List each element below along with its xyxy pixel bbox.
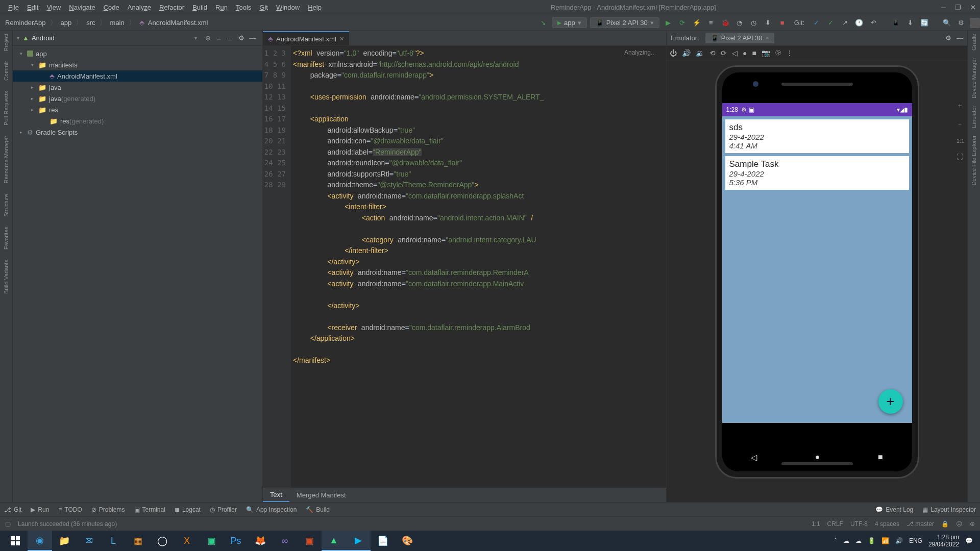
git-push-icon[interactable]: ↗: [839, 17, 850, 29]
inspections-icon[interactable]: ☹: [956, 520, 963, 528]
zoom-out-icon[interactable]: －: [957, 119, 964, 129]
tray-chevron-icon[interactable]: ˄: [834, 537, 837, 544]
attach-debugger-icon[interactable]: ⬇: [763, 17, 774, 29]
menu-build[interactable]: Build: [188, 4, 211, 11]
tool-app-inspection[interactable]: 🔍 App Inspection: [246, 506, 297, 513]
avd-manager-icon[interactable]: 📱: [890, 17, 901, 29]
menu-run[interactable]: Run: [211, 4, 232, 11]
apply-code-icon[interactable]: ⚡: [691, 17, 702, 29]
close-icon[interactable]: ✕: [970, 4, 976, 11]
taskbar-pycharm[interactable]: ▣: [199, 531, 224, 551]
tree-row[interactable]: ▸⚙Gradle Scripts: [13, 127, 262, 138]
gutter-device-manager[interactable]: Device Manager: [971, 58, 977, 98]
screen-record-icon[interactable]: ⧁: [775, 48, 781, 57]
git-update-icon[interactable]: ✓: [811, 17, 822, 29]
taskbar-xampp[interactable]: X: [175, 531, 199, 551]
apply-changes-icon[interactable]: ⟳: [677, 17, 688, 29]
overview-icon[interactable]: ■: [752, 49, 756, 57]
menu-help[interactable]: Help: [304, 4, 326, 11]
crumb[interactable]: src: [86, 19, 95, 27]
gutter-resource-manager[interactable]: Resource Manager: [3, 136, 9, 184]
tree-row[interactable]: ▸📁java: [13, 82, 262, 93]
hide-emulator-icon[interactable]: —: [957, 34, 963, 42]
menu-git[interactable]: Git: [255, 4, 272, 11]
emulator-tab[interactable]: 📱 Pixel 2 API 30 ✕: [705, 33, 774, 43]
tab-text[interactable]: Text: [263, 488, 289, 502]
tree-row[interactable]: ▾app: [13, 48, 262, 59]
tool-profiler[interactable]: ◷ Profiler: [210, 506, 237, 513]
crumb[interactable]: ReminderApp: [5, 19, 46, 27]
close-emulator-tab-icon[interactable]: ✕: [765, 35, 769, 41]
phone-screen[interactable]: 1:28 ⚙ ▣ ▾ ◢ ▮ sds29-4-20224:41 AMSample…: [722, 103, 912, 423]
tree-row[interactable]: ▾📁manifests: [13, 59, 262, 70]
menu-tools[interactable]: Tools: [232, 4, 255, 11]
start-button[interactable]: [3, 531, 28, 551]
tool-event-log[interactable]: 💬 Event Log: [875, 506, 913, 513]
memory-icon[interactable]: ⊕: [970, 520, 975, 528]
cursor-position[interactable]: 1:1: [812, 520, 820, 528]
volume-up-icon[interactable]: 🔊: [682, 49, 691, 57]
home-icon[interactable]: ●: [743, 49, 747, 57]
code-editor[interactable]: <?xml version="1.0" encoding="utf-8"?> <…: [291, 46, 666, 488]
rotate-right-icon[interactable]: ⟳: [721, 49, 727, 57]
taskbar-mail[interactable]: ✉: [77, 531, 101, 551]
taskbar-paint[interactable]: 🎨: [395, 531, 420, 551]
screenshot-icon[interactable]: 📷: [762, 49, 770, 57]
chevron-down-icon[interactable]: ▾: [17, 35, 19, 41]
taskbar-terminal[interactable]: ▶: [346, 531, 371, 551]
menu-file[interactable]: File: [4, 4, 23, 11]
search-icon[interactable]: 🔍: [941, 17, 952, 29]
gutter-project[interactable]: Project: [3, 34, 9, 51]
tree-row[interactable]: ⬘AndroidManifest.xml: [13, 70, 262, 82]
tab-merged-manifest[interactable]: Merged Manifest: [289, 488, 353, 502]
line-ending[interactable]: CRLF: [827, 520, 843, 528]
maximize-icon[interactable]: ❐: [955, 4, 961, 11]
run-config-device[interactable]: 📱Pixel 2 API 30▾: [590, 17, 659, 28]
tree-row[interactable]: ▸📁res: [13, 104, 262, 115]
nav-overview-icon[interactable]: ■: [878, 453, 883, 462]
tray-cloud-icon[interactable]: ☁: [843, 537, 849, 544]
tray-battery-icon[interactable]: 🔋: [868, 537, 875, 544]
tool-todo[interactable]: ≡ TODO: [58, 506, 82, 513]
taskbar-explorer[interactable]: 📁: [52, 531, 77, 551]
power-icon[interactable]: ⏻: [670, 49, 677, 57]
gutter-pull-requests[interactable]: Pull Requests: [3, 91, 9, 126]
tray-volume-icon[interactable]: 🔊: [895, 537, 903, 544]
close-tab-icon[interactable]: ✕: [339, 36, 344, 42]
gutter-commit[interactable]: Commit: [3, 61, 9, 81]
taskbar-vs[interactable]: ∞: [273, 531, 297, 551]
taskbar-chrome[interactable]: ◯: [150, 531, 175, 551]
menu-edit[interactable]: Edit: [23, 4, 42, 11]
tool-logcat[interactable]: ≣ Logcat: [175, 506, 201, 513]
bug-icon[interactable]: 🐞: [720, 17, 731, 29]
gutter-emulator[interactable]: Emulator: [971, 106, 977, 128]
taskbar-firefox[interactable]: 🦊: [248, 531, 273, 551]
collapse-all-icon[interactable]: ≣: [225, 34, 236, 42]
git-branch[interactable]: ⎇ master: [906, 520, 934, 528]
menu-analyze[interactable]: Analyze: [124, 4, 155, 11]
crumb[interactable]: AndroidManifest.xml: [148, 19, 208, 27]
taskbar-notepad[interactable]: 📄: [371, 531, 395, 551]
reminder-card[interactable]: sds29-4-20224:41 AM: [725, 119, 909, 153]
git-commit-icon[interactable]: ✓: [825, 17, 836, 29]
run-config-app[interactable]: ▶app▾: [552, 17, 587, 28]
more-icon[interactable]: ⋮: [786, 49, 793, 57]
emulator-settings-icon[interactable]: ⚙: [945, 34, 951, 42]
hide-panel-icon[interactable]: —: [247, 34, 258, 42]
tray-notifications-icon[interactable]: 💬: [965, 537, 973, 544]
taskbar-photoshop[interactable]: Ps: [224, 531, 248, 551]
tray-language[interactable]: ENG: [909, 537, 922, 544]
file-encoding[interactable]: UTF-8: [850, 520, 868, 528]
tool-terminal[interactable]: ▣ Terminal: [134, 506, 165, 513]
tool-run[interactable]: ▶ Run: [31, 506, 49, 513]
make-project-icon[interactable]: ↘: [537, 17, 549, 29]
target-icon[interactable]: ⊕: [202, 34, 213, 42]
taskbar-android-studio[interactable]: ▲: [322, 531, 346, 551]
rotate-left-icon[interactable]: ⟲: [709, 49, 716, 57]
tree-row[interactable]: 📁res (generated): [13, 115, 262, 127]
taskbar-office[interactable]: ▣: [297, 531, 322, 551]
sdk-manager-icon[interactable]: ⬇: [904, 17, 916, 29]
tool-git[interactable]: ⎇ Git: [4, 506, 21, 513]
window-icon[interactable]: ▢: [5, 520, 11, 528]
back-icon[interactable]: ◁: [732, 49, 738, 57]
